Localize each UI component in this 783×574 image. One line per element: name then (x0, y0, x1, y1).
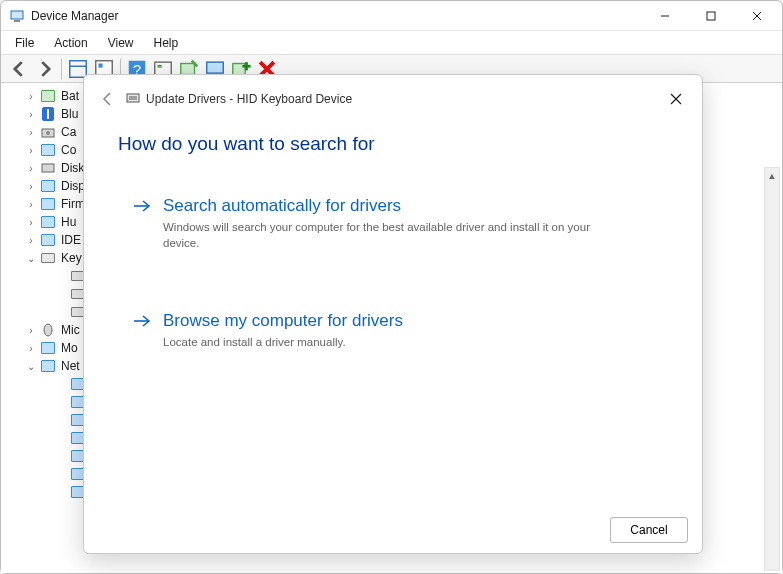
tree-item-label: Disk (61, 161, 84, 175)
vertical-scrollbar[interactable]: ▲ (764, 167, 780, 571)
hid-icon (40, 214, 56, 230)
device-manager-icon (9, 8, 25, 24)
chevron-right-icon[interactable]: › (25, 181, 37, 192)
menubar: File Action View Help (1, 31, 782, 55)
keyboard-icon (40, 250, 56, 266)
tree-item-label: Net (61, 359, 80, 373)
dialog-header: Update Drivers - HID Keyboard Device (84, 75, 702, 123)
scroll-up-icon[interactable]: ▲ (765, 168, 779, 184)
tree-item-label: Co (61, 143, 76, 157)
chevron-right-icon[interactable]: › (25, 325, 37, 336)
svg-rect-9 (99, 63, 103, 67)
window-title: Device Manager (31, 9, 642, 23)
option-title: Browse my computer for drivers (163, 311, 403, 331)
chevron-right-icon[interactable]: › (25, 127, 37, 138)
option-text: Search automatically for drivers Windows… (163, 196, 603, 251)
window-controls (642, 1, 780, 31)
dialog-heading: How do you want to search for (118, 133, 668, 155)
chevron-right-icon[interactable]: › (25, 343, 37, 354)
battery-icon (40, 88, 56, 104)
menu-help[interactable]: Help (144, 34, 189, 52)
chevron-down-icon[interactable]: ⌄ (25, 361, 37, 372)
svg-rect-3 (707, 12, 715, 20)
dialog-close-button[interactable] (656, 79, 696, 119)
device-manager-window: Device Manager File Action View Help ? ›… (0, 0, 783, 574)
chevron-right-icon[interactable]: › (25, 235, 37, 246)
tree-item-label: Mo (61, 341, 78, 355)
disk-icon (40, 160, 56, 176)
svg-rect-26 (127, 94, 139, 102)
svg-rect-13 (158, 64, 162, 67)
svg-rect-1 (14, 20, 20, 22)
ide-icon (40, 232, 56, 248)
maximize-button[interactable] (688, 1, 734, 31)
menu-view[interactable]: View (98, 34, 144, 52)
menu-action[interactable]: Action (44, 34, 97, 52)
svg-rect-14 (181, 63, 195, 74)
chevron-right-icon[interactable]: › (25, 109, 37, 120)
tree-item-label: Disp (61, 179, 85, 193)
chevron-right-icon[interactable]: › (25, 199, 37, 210)
monitor-icon (40, 340, 56, 356)
camera-icon (40, 124, 56, 140)
computer-icon (40, 142, 56, 158)
dialog-title-text: Update Drivers - HID Keyboard Device (146, 92, 352, 106)
minimize-button[interactable] (642, 1, 688, 31)
display-icon (40, 178, 56, 194)
option-title: Search automatically for drivers (163, 196, 603, 216)
keyboard-icon (126, 91, 140, 108)
dialog-footer: Cancel (84, 507, 702, 553)
option-search-automatically[interactable]: Search automatically for drivers Windows… (118, 183, 668, 264)
option-browse-computer[interactable]: Browse my computer for drivers Locate an… (118, 298, 668, 364)
mouse-icon (40, 322, 56, 338)
option-description: Windows will search your computer for th… (163, 220, 603, 251)
dialog-body: How do you want to search for Search aut… (84, 123, 702, 507)
chevron-right-icon[interactable]: › (25, 91, 37, 102)
svg-rect-15 (207, 62, 224, 73)
tree-item-label: Key (61, 251, 82, 265)
svg-point-25 (44, 324, 52, 336)
tree-item-label: Ca (61, 125, 76, 139)
svg-rect-0 (11, 11, 23, 19)
menu-file[interactable]: File (5, 34, 44, 52)
cancel-button[interactable]: Cancel (610, 517, 688, 543)
chevron-right-icon[interactable]: › (25, 145, 37, 156)
firmware-icon (40, 196, 56, 212)
chevron-right-icon[interactable]: › (25, 217, 37, 228)
bluetooth-icon (40, 106, 56, 122)
close-button[interactable] (734, 1, 780, 31)
chevron-right-icon[interactable]: › (25, 163, 37, 174)
option-description: Locate and install a driver manually. (163, 335, 403, 351)
tree-item-label: Mic (61, 323, 80, 337)
dialog-title: Update Drivers - HID Keyboard Device (126, 91, 352, 108)
arrow-right-icon (133, 196, 151, 251)
arrow-right-icon (133, 311, 151, 351)
tree-item-label: IDE (61, 233, 81, 247)
back-button[interactable] (94, 85, 122, 113)
tree-item-label: Hu (61, 215, 76, 229)
svg-point-23 (46, 131, 50, 135)
tree-item-label: Blu (61, 107, 78, 121)
forward-icon[interactable] (33, 57, 57, 81)
tree-item-label: Firm (61, 197, 85, 211)
update-drivers-dialog: Update Drivers - HID Keyboard Device How… (83, 74, 703, 554)
chevron-down-icon[interactable]: ⌄ (25, 253, 37, 264)
tree-item-label: Bat (61, 89, 79, 103)
titlebar: Device Manager (1, 1, 782, 31)
back-icon[interactable] (7, 57, 31, 81)
network-icon (40, 358, 56, 374)
toolbar-separator (61, 59, 62, 79)
svg-rect-24 (42, 164, 54, 172)
option-text: Browse my computer for drivers Locate an… (163, 311, 403, 351)
